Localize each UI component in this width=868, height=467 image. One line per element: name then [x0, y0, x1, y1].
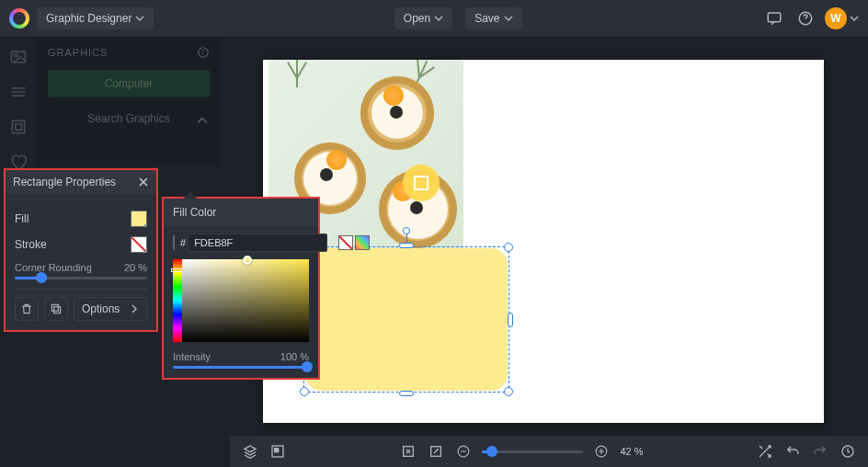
fit-icon [401, 444, 416, 459]
fill-color-panel: Fill Color # Intensity 100 % [162, 197, 320, 380]
rectangle-properties-panel: Rectangle Properties Fill Stroke Corner … [4, 168, 158, 332]
resize-handle-t[interactable] [399, 243, 414, 248]
current-color-swatch [173, 235, 175, 250]
svg-rect-4 [12, 120, 24, 132]
hex-input[interactable] [188, 234, 327, 252]
resize-handle-b[interactable] [399, 391, 414, 396]
panel-title: Rectangle Properties [13, 176, 116, 188]
svg-rect-8 [54, 307, 61, 313]
app-logo [9, 8, 29, 28]
rotate-handle[interactable] [403, 227, 410, 234]
chevron-right-icon [130, 304, 139, 313]
zoom-percent: 42 % [620, 446, 643, 457]
minus-icon [457, 445, 470, 458]
resize-handle-r[interactable] [508, 313, 513, 327]
panel-title: GRAPHICS [48, 47, 108, 58]
stroke-swatch[interactable] [131, 236, 147, 253]
bottombar: 42 % [230, 436, 868, 467]
hex-prefix: # [180, 237, 186, 248]
shuffle-icon [758, 444, 772, 459]
expand-button[interactable] [427, 442, 445, 461]
corner-slider[interactable] [15, 277, 147, 279]
history-button[interactable] [839, 442, 857, 461]
saturation-value-picker[interactable] [182, 259, 309, 342]
layers-icon[interactable] [9, 83, 28, 101]
redo-button[interactable] [811, 442, 829, 461]
plus-icon [595, 445, 608, 458]
resize-handle-bl[interactable] [300, 387, 309, 396]
fill-label: Fill [15, 212, 29, 225]
svg-rect-0 [768, 13, 781, 22]
fill-swatch[interactable] [131, 211, 147, 227]
gradient-button[interactable] [355, 235, 370, 250]
corner-label: Corner Rounding [15, 262, 92, 273]
open-button[interactable]: Open [394, 7, 452, 29]
mode-dropdown[interactable]: Graphic Designer [37, 7, 154, 29]
chevron-down-icon [504, 14, 513, 23]
expand-icon [428, 444, 443, 459]
intensity-value: 100 % [280, 351, 309, 362]
svg-text:?: ? [201, 49, 205, 55]
intensity-slider[interactable] [173, 366, 309, 369]
arrange-icon [270, 444, 285, 459]
undo-icon [785, 444, 800, 459]
svg-rect-11 [275, 449, 279, 452]
corner-value: 20 % [124, 262, 147, 273]
redo-icon [813, 444, 828, 459]
stroke-label: Stroke [15, 238, 47, 251]
crop-badge-icon[interactable] [403, 165, 440, 201]
duplicate-button[interactable] [44, 297, 68, 321]
selection-outline [303, 246, 509, 393]
trash-icon [20, 302, 33, 315]
save-label: Save [474, 12, 499, 25]
save-button[interactable]: Save [465, 7, 521, 29]
mode-label: Graphic Designer [46, 12, 131, 25]
zoom-slider[interactable] [482, 450, 583, 453]
no-fill-button[interactable] [338, 235, 353, 250]
chevron-up-icon[interactable] [197, 115, 208, 126]
color-cursor[interactable] [243, 256, 252, 265]
resize-handle-tr[interactable] [504, 243, 513, 252]
undo-button[interactable] [783, 442, 802, 461]
arrange-button[interactable] [268, 442, 287, 461]
options-label: Options [82, 302, 120, 315]
search-graphics[interactable]: Search Graphics [48, 112, 210, 125]
close-icon[interactable] [138, 177, 149, 188]
open-label: Open [404, 12, 430, 25]
chat-icon [766, 10, 782, 27]
topbar: Graphic Designer Open Save W [0, 0, 868, 37]
history-icon [840, 444, 855, 459]
copy-icon [50, 302, 63, 315]
delete-button[interactable] [15, 297, 39, 321]
shuffle-button[interactable] [756, 442, 774, 461]
intensity-label: Intensity [173, 351, 211, 362]
svg-rect-9 [51, 304, 58, 311]
avatar: W [825, 7, 847, 29]
zoom-in-button[interactable] [592, 442, 611, 461]
help-icon [797, 10, 814, 27]
svg-point-3 [15, 54, 17, 57]
zoom-out-button[interactable] [454, 442, 473, 461]
user-menu[interactable]: W [825, 7, 859, 29]
computer-button[interactable]: Computer [48, 70, 210, 97]
svg-rect-2 [12, 51, 26, 63]
graphics-panel: GRAPHICS ? Computer Search Graphics [37, 37, 221, 165]
help-icon[interactable]: ? [197, 46, 210, 59]
help-button[interactable] [794, 6, 817, 30]
image-icon[interactable] [9, 48, 28, 66]
chevron-down-icon [135, 14, 144, 23]
hue-slider[interactable] [173, 259, 182, 342]
feedback-button[interactable] [762, 6, 786, 30]
options-button[interactable]: Options [74, 297, 147, 321]
chevron-down-icon [434, 14, 443, 23]
layers-button[interactable] [241, 442, 259, 461]
frame-icon[interactable] [9, 118, 28, 136]
layers-icon [243, 444, 257, 459]
chevron-down-icon [850, 14, 859, 23]
svg-rect-5 [16, 124, 22, 131]
fit-button[interactable] [399, 442, 417, 461]
fill-color-title: Fill Color [173, 206, 216, 219]
resize-handle-br[interactable] [504, 387, 513, 396]
